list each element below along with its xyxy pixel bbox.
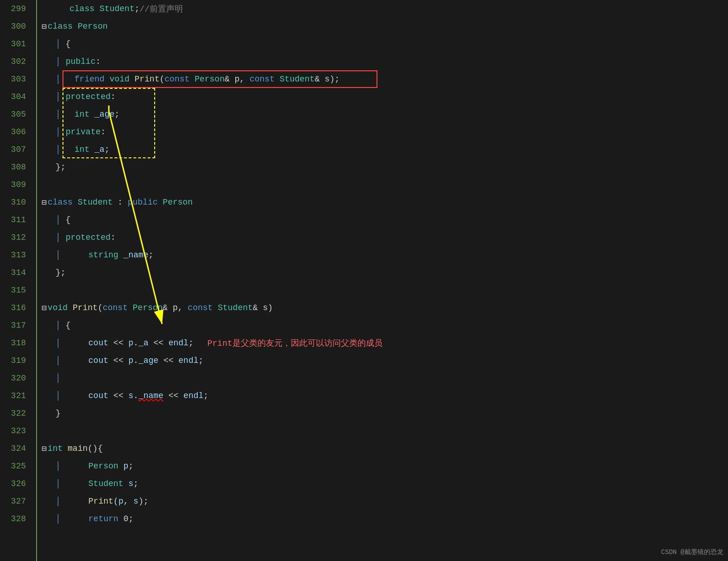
code-line-305: │ int _age ; [42,106,728,123]
code-line-316: ⊟ void Print ( const Person & p, const S… [42,299,728,317]
line-326: 326 [0,475,31,492]
line-311: 311 [0,211,31,229]
collapse-icon-324[interactable]: ⊟ [42,443,47,454]
code-line-301: │ { [42,35,728,53]
collapse-icon-300[interactable]: ⊟ [42,21,47,31]
code-line-299: class Student ; //前置声明 [42,0,728,18]
code-line-304: │ protected : [42,88,728,106]
code-line-320: │ [42,369,728,387]
line-312: 312 [0,229,31,246]
line-321: 321 [0,387,31,405]
code-area: class Student ; //前置声明 ⊟ class Person │ … [37,0,728,561]
code-line-324: ⊟ int main (){ [42,440,728,457]
code-line-303: │ friend void Print ( const Person & p, … [42,70,728,88]
line-302: 302 [0,53,31,70]
line-301: 301 [0,35,31,53]
line-305: 305 [0,106,31,123]
line-324: 324 [0,440,31,457]
code-line-315 [42,281,728,299]
watermark: CSDN @戴墨镜的恐龙 [661,548,723,556]
line-314: 314 [0,264,31,281]
collapse-icon-316[interactable]: ⊟ [42,303,47,313]
code-line-317: │ { [42,317,728,334]
code-line-321: │ cout << s . _name << endl ; [42,387,728,405]
code-line-300: ⊟ class Person [42,18,728,35]
code-line-311: │ { [42,211,728,229]
line-308: 308 [0,158,31,176]
code-line-327: │ Print ( p , s ); [42,492,728,510]
line-323: 323 [0,422,31,440]
code-line-309 [42,176,728,193]
line-309: 309 [0,176,31,193]
line-310: 310 [0,193,31,211]
code-line-310: ⊟ class Student : public Person [42,193,728,211]
line-317: 317 [0,317,31,334]
code-line-323 [42,422,728,440]
code-line-313: │ string _name ; [42,246,728,264]
code-line-326: │ Student s ; [42,475,728,492]
line-328: 328 [0,510,31,528]
line-316: 316 [0,299,31,317]
code-line-318: │ cout << p . _a << endl ; Print是父类的友元，因… [42,334,728,352]
line-300: 300 [0,18,31,35]
code-container: 299 300 301 302 303 304 305 306 307 308 … [0,0,728,561]
code-line-302: │ public : [42,53,728,70]
line-299: 299 [0,0,31,18]
collapse-icon-310[interactable]: ⊟ [42,197,47,207]
code-line-312: │ protected : [42,229,728,246]
line-304: 304 [0,88,31,106]
code-line-322: } [42,405,728,422]
line-327: 327 [0,492,31,510]
line-325: 325 [0,457,31,475]
code-line-319: │ cout << p . _age << endl ; [42,352,728,369]
line-numbers: 299 300 301 302 303 304 305 306 307 308 … [0,0,37,561]
line-320: 320 [0,369,31,387]
code-line-314: }; [42,264,728,281]
line-313: 313 [0,246,31,264]
line-315: 315 [0,281,31,299]
annotation-text: Print是父类的友元，因此可以访问父类的成员 [207,337,383,349]
code-line-307: │ int _a ; [42,141,728,158]
code-line-306: │ private : [42,123,728,141]
code-line-308: }; [42,158,728,176]
line-318: 318 [0,334,31,352]
line-322: 322 [0,405,31,422]
line-319: 319 [0,352,31,369]
line-303: 303 [0,70,31,88]
code-line-328: │ return 0; [42,510,728,528]
line-307: 307 [0,141,31,158]
line-306: 306 [0,123,31,141]
code-line-325: │ Person p ; [42,457,728,475]
